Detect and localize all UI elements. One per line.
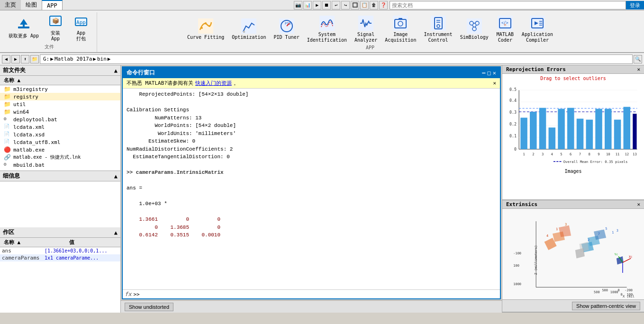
install-app-button[interactable]: 📦 安装App — [44, 13, 67, 43]
file-item-util[interactable]: 📁 util — [0, 100, 120, 108]
workspace-expand[interactable]: ▲ — [114, 229, 118, 236]
file-item-deploytool[interactable]: ⚙ deploytool.bat — [0, 116, 120, 123]
file-name: matlab.exe - 快捷方式.lnk — [13, 154, 81, 161]
curve-fitting-icon — [198, 18, 213, 34]
toolbar-icon-10[interactable]: ❓ — [379, 1, 388, 9]
path-bar: ◀ ▶ ⬆ 📁 G: ▶ Matlab 2017a ▶ bin ▶ 🔍 — [0, 53, 644, 65]
search-input[interactable] — [390, 1, 626, 9]
drag-label: Drag to select outliers — [504, 76, 642, 81]
cmd-input[interactable] — [142, 291, 498, 297]
svg-text:6: 6 — [570, 152, 571, 156]
bar-13-highlight — [633, 114, 636, 149]
ws-value-ans: [1.3661e+03,0,0;0,1... — [45, 248, 118, 253]
toolbar-icon-3[interactable]: ▶ — [313, 1, 321, 9]
ribbon-section-file: 获取更多 App 📦 安装App App App打包 文件 — [2, 12, 97, 52]
app-package-button[interactable]: App App打包 — [69, 13, 93, 43]
menu-home[interactable]: 主页 — [0, 0, 21, 10]
command-window: 命令行窗口 — □ ✕ 不熟悉 MATLAB?请参阅有关 快速入门的资源 。 ✕… — [122, 66, 501, 299]
toolbar-icon-2[interactable]: 📊 — [303, 1, 312, 9]
svg-text:Overall Mean Error: 0.35 pixel: Overall Mean Error: 0.35 pixels — [563, 160, 628, 164]
optimization-icon — [241, 18, 256, 34]
notice-link[interactable]: 快速入门的资源 — [195, 80, 232, 87]
cmd-content[interactable]: ReprojectedPoints: [54×2×13 double] Cali… — [123, 89, 500, 289]
file-item-lcdata-xml[interactable]: 📄 lcdata.xml — [0, 123, 120, 131]
extrinsics-close[interactable]: ✕ — [637, 201, 640, 207]
file-name: matlab.exe — [13, 147, 45, 153]
workspace-col-headers: 名称 ▲ 值 — [0, 238, 120, 247]
signal-analyzer-button[interactable]: SignalAnalyzer — [352, 15, 380, 44]
svg-text:0.3: 0.3 — [509, 110, 517, 115]
file-item-registry[interactable]: 📁 registry — [0, 93, 120, 100]
svg-text:1: 1 — [612, 231, 614, 234]
optimization-button[interactable]: Optimization — [229, 15, 269, 44]
get-more-app-button[interactable]: 获取更多 App — [6, 13, 42, 43]
menu-app[interactable]: APP — [42, 0, 63, 10]
extrinsics-chart: -100 100 1000 Z (millimeters) 500 1000 X… — [502, 209, 644, 299]
workspace-row-camera[interactable]: cameraParams 1x1 cameraParame... — [0, 254, 120, 261]
workspace-row-ans[interactable]: ans [1.3661e+03,0,0;0,1... — [0, 247, 120, 254]
toolbar-icon-7[interactable]: 🔲 — [351, 1, 359, 9]
cmd-title: 命令行窗口 — [127, 69, 155, 77]
toolbar-icon-8[interactable]: 📋 — [360, 1, 369, 9]
file-name: win64 — [13, 109, 29, 115]
toolbar-icon-5[interactable]: ↩ — [332, 1, 340, 9]
extrinsics-title-bar: Extrinsics ✕ — [502, 200, 644, 209]
pid-tuner-button[interactable]: PID PID Tuner — [271, 15, 302, 44]
file-item-matlab-lnk[interactable]: 🔗 matlab.exe - 快捷方式.lnk — [0, 153, 120, 161]
reprojection-close[interactable]: ✕ — [637, 66, 640, 72]
file-name: registry — [13, 94, 38, 100]
file-item-mbuild[interactable]: ⚙ mbuild.bat — [0, 161, 120, 169]
file-panel-expand[interactable]: ▲ — [114, 67, 118, 74]
svg-rect-6 — [198, 18, 213, 34]
notice-text2: 。 — [234, 80, 239, 87]
notice-text: 不熟悉 MATLAB?请参阅有关 — [127, 80, 193, 87]
svg-text:0: 0 — [621, 292, 623, 296]
bar-7 — [577, 119, 584, 149]
path-sep2: ▶ — [93, 56, 96, 62]
file-item-lcdata-xsd[interactable]: 📄 lcdata.xsd — [0, 131, 120, 138]
toolbar-icon-9[interactable]: 🗑 — [370, 1, 378, 9]
svg-text:-100: -100 — [513, 251, 521, 255]
show-undistorted-button[interactable]: Show undistorted — [125, 303, 173, 311]
file-item-m3iregistry[interactable]: 📁 m3iregistry — [0, 85, 120, 93]
image-acq-button[interactable]: ImageAcquisition — [382, 15, 419, 44]
simbiology-button[interactable]: SimBiology — [457, 15, 491, 44]
toolbar-icon-1[interactable]: 📷 — [294, 1, 302, 9]
login-button[interactable]: 登录 — [626, 1, 644, 9]
show-pattern-btn[interactable]: Show pattern-centric view — [572, 302, 640, 310]
path-search-button[interactable]: 🔍 — [634, 55, 642, 63]
file-item-matlab-exe[interactable]: 🔴 matlab.exe — [0, 146, 120, 153]
cmd-line-row1: 1.3661 0 0 — [127, 216, 496, 224]
curve-fitting-button[interactable]: Curve Fitting — [184, 15, 227, 44]
file-item-lcdata-utf8[interactable]: 📄 lcdata_utf8.xml — [0, 138, 120, 146]
cmd-line-numpatterns: NumPatterns: 13 — [127, 114, 496, 122]
file-item-win64[interactable]: 📁 win64 — [0, 108, 120, 116]
matlab-coder-button[interactable]: </>M MATLABCoder — [493, 15, 517, 44]
menu-plot[interactable]: 绘图 — [21, 0, 42, 10]
file-col-headers: 名称 ▲ — [0, 76, 120, 85]
forward-button[interactable]: ▶ — [11, 55, 20, 63]
svg-text:500: 500 — [594, 290, 600, 294]
image-acq-label: ImageAcquisition — [385, 32, 416, 43]
cmd-btn-max[interactable]: □ — [488, 70, 491, 76]
toolbar-icon-6[interactable]: ↪ — [341, 1, 350, 9]
notice-close[interactable]: ✕ — [493, 80, 496, 86]
app-compiler-button[interactable]: ApplicationCompiler — [519, 15, 556, 44]
cmd-btn-min[interactable]: — — [482, 70, 485, 76]
svg-text:11: 11 — [616, 152, 620, 156]
file-panel-title: 前文件夹 — [3, 66, 26, 74]
simbiology-label: SimBiology — [460, 35, 489, 40]
extrinsics-bottom: Show pattern-centric view — [502, 299, 644, 312]
toolbar-icon-4[interactable]: ⏹ — [322, 1, 331, 9]
info-panel-expand[interactable]: ▲ — [114, 173, 118, 180]
back-button[interactable]: ◀ — [2, 55, 10, 63]
file-section-title: 文件 — [45, 44, 54, 51]
cmd-btn-close[interactable]: ✕ — [493, 70, 496, 76]
system-id-button[interactable]: SystemIdentification — [304, 15, 350, 44]
bar-1 — [520, 117, 527, 149]
file-name: m3iregistry — [13, 86, 48, 92]
up-button[interactable]: ⬆ — [21, 55, 29, 63]
folder-button[interactable]: 📁 — [30, 55, 39, 63]
ribbon-file-buttons: 获取更多 App 📦 安装App App App打包 — [6, 13, 93, 43]
instrument-ctrl-button[interactable]: InstrumentControl — [421, 15, 455, 44]
